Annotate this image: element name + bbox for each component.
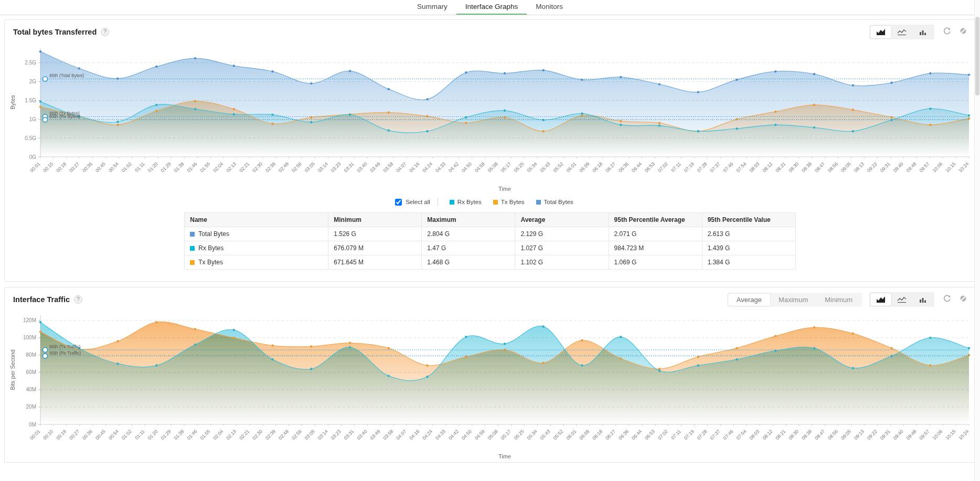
- x-tick-label: 00:36: [81, 161, 93, 173]
- x-tick-label: 05:52: [552, 161, 564, 173]
- legend-item-tx-bytes[interactable]: Tx Bytes: [493, 199, 525, 205]
- cell-value: 2.804 G: [422, 227, 515, 241]
- interface-traffic-panel-header: Interface Traffic ? Average Maximum Mini…: [5, 287, 975, 310]
- x-tick-label: 03:40: [356, 161, 368, 173]
- x-tick-label: 08:12: [762, 429, 774, 441]
- cell-value: 1.069 G: [609, 255, 702, 270]
- x-tick-label: 07:37: [709, 429, 721, 441]
- x-tick-label: 06:27: [604, 429, 616, 441]
- vertical-scrollbar[interactable]: [974, 0, 980, 481]
- slashed-circle-button[interactable]: [960, 27, 967, 37]
- select-all-checkbox[interactable]: [395, 199, 402, 206]
- x-tick-label: 00:10: [42, 161, 54, 173]
- legend-item-rx-bytes[interactable]: Rx Bytes: [450, 199, 482, 205]
- scrollbar-thumb[interactable]: [975, 17, 979, 95]
- table-row-tx-bytes: Tx Bytes 671.645 M 1.468 G 1.102 G 1.069…: [185, 255, 796, 270]
- minimum-button[interactable]: Minimum: [816, 294, 861, 306]
- bar-chart-button[interactable]: [912, 293, 933, 306]
- refresh-button[interactable]: [943, 294, 951, 305]
- x-tick-label: 04:59: [474, 429, 486, 441]
- x-tick-label: 08:30: [787, 161, 800, 173]
- x-tick-label: 02:30: [251, 161, 263, 173]
- y-tick-label: 0G: [29, 154, 37, 160]
- percentile-marker[interactable]: [43, 354, 48, 358]
- x-tick-label: 08:12: [762, 161, 774, 173]
- line-chart-button[interactable]: [891, 293, 912, 306]
- tab-summary[interactable]: Summary: [408, 0, 456, 15]
- percentile-marker[interactable]: [43, 117, 48, 122]
- x-tick-label: 06:01: [566, 429, 578, 441]
- x-tick-label: 04:24: [421, 161, 433, 173]
- x-tick-label: 06:44: [631, 161, 643, 173]
- refresh-button[interactable]: [943, 27, 951, 37]
- x-tick-label: 02:04: [212, 161, 224, 173]
- x-tick-label: 01:11: [134, 161, 146, 173]
- x-tick-label: 02:39: [264, 161, 276, 173]
- x-tick-label: 02:56: [291, 429, 303, 441]
- legend-label: Tx Bytes: [501, 199, 525, 205]
- x-tick-label: 04:33: [434, 161, 446, 173]
- x-tick-label: 03:31: [343, 429, 355, 441]
- cell-value: 1.102 G: [515, 255, 609, 270]
- y-tick-label: 120M: [23, 317, 36, 323]
- x-tick-label: 04:50: [461, 429, 473, 441]
- x-tick-label: 05:52: [552, 429, 564, 441]
- tab-monitors[interactable]: Monitors: [527, 0, 572, 15]
- y-tick-label: 40M: [26, 387, 36, 392]
- help-icon[interactable]: ?: [74, 295, 82, 304]
- interface-traffic-chart: 0M20M40M60M80M100M120M95th (Tx Traffic)9…: [5, 310, 975, 462]
- y-tick-label: 80M: [26, 352, 36, 358]
- percentile-marker[interactable]: [43, 77, 48, 81]
- tx-bytes-swatch: [493, 200, 498, 205]
- x-tick-label: 09:13: [853, 429, 865, 441]
- statistics-table: Name Minimum Maximum Average 95th Percen…: [184, 212, 796, 270]
- x-tick-label: 07:11: [670, 429, 682, 441]
- x-tick-label: 06:53: [644, 429, 656, 441]
- x-tick-label: 03:49: [369, 161, 381, 173]
- x-tick-label: 05:43: [539, 429, 551, 441]
- chart-legend: Select all Rx Bytes Tx Bytes Total Bytes: [5, 195, 975, 208]
- legend-divider: [438, 198, 438, 206]
- area-chart-button[interactable]: [870, 26, 891, 38]
- x-tick-label: 01:55: [199, 161, 211, 173]
- y-tick-label: 0.5G: [25, 135, 36, 141]
- x-tick-label: 03:23: [330, 161, 342, 173]
- x-tick-label: 04:24: [421, 429, 433, 441]
- x-tick-label: 10:06: [932, 429, 944, 441]
- refresh-icon: [943, 27, 951, 37]
- slashed-circle-button[interactable]: [960, 295, 967, 304]
- x-tick-label: 04:42: [448, 429, 460, 441]
- bar-chart-button[interactable]: [912, 26, 933, 38]
- panel-title: Total bytes Transferred: [13, 28, 97, 36]
- x-axis-title: Time: [498, 186, 511, 192]
- x-tick-label: 05:17: [500, 161, 512, 173]
- x-tick-label: 00:54: [108, 429, 120, 441]
- x-tick-label: 08:47: [814, 161, 826, 173]
- average-button[interactable]: Average: [728, 294, 770, 306]
- x-tick-label: 05:08: [487, 429, 499, 441]
- legend-item-total-bytes[interactable]: Total Bytes: [536, 199, 573, 205]
- x-tick-label: 04:16: [408, 429, 420, 441]
- x-tick-label: 00:45: [94, 161, 106, 173]
- x-tick-label: 01:55: [199, 429, 211, 441]
- line-chart-button[interactable]: [891, 26, 912, 38]
- x-tick-label: 03:05: [304, 429, 316, 441]
- area-chart-button[interactable]: [870, 293, 891, 306]
- x-tick-label: 02:48: [278, 429, 290, 441]
- x-tick-label: 02:21: [238, 429, 250, 441]
- col-header-minimum: Minimum: [328, 213, 422, 227]
- percentile-marker[interactable]: [43, 348, 48, 352]
- x-tick-label: 03:58: [382, 429, 395, 441]
- y-tick-label: 60M: [26, 369, 36, 375]
- maximum-button[interactable]: Maximum: [770, 294, 816, 306]
- cell-value: 1.384 G: [702, 255, 795, 270]
- x-tick-label: 04:07: [395, 161, 407, 173]
- tab-interface-graphs[interactable]: Interface Graphs: [456, 0, 527, 15]
- x-tick-label: 07:46: [722, 429, 734, 441]
- select-all-control: Select all: [395, 199, 430, 206]
- help-icon[interactable]: ?: [101, 28, 109, 36]
- x-tick-label: 05:34: [526, 161, 538, 173]
- x-tick-label: 05:17: [500, 429, 512, 441]
- x-tick-label: 08:38: [801, 161, 813, 173]
- select-all-label: Select all: [406, 199, 430, 205]
